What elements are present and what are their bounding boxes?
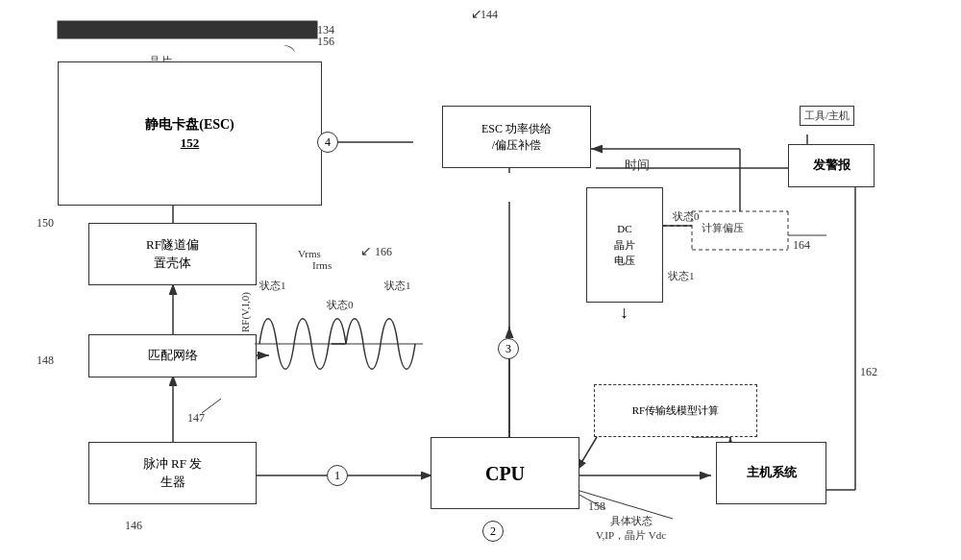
circle-4: 4: [317, 132, 338, 153]
svg-rect-2: [58, 21, 317, 38]
esc-label: 静电卡盘(ESC): [145, 115, 234, 134]
esc-sublabel: 152: [181, 134, 200, 152]
ref-148-label: 148: [37, 353, 54, 368]
rf-transmission-box: RF传输线模型计算: [594, 384, 757, 437]
ref-164-label: 164: [793, 238, 810, 253]
rf-housing-box: RF隧道偏置壳体: [88, 223, 257, 285]
dc-voltage-box: DC晶片电压: [586, 187, 663, 303]
ref-158-label: 158: [588, 499, 605, 514]
pulse-rf-label: 脉冲 RF 发生器: [143, 455, 202, 490]
time-label: 时间: [625, 157, 650, 174]
irms-label: Irms: [312, 259, 332, 271]
state0-dc-label: 状态0: [673, 209, 700, 224]
svg-line-35: [202, 399, 221, 413]
specific-state-label: 具体状态V,IP，晶片 Vdc: [596, 514, 666, 543]
dc-down-arrow: ↓: [620, 303, 628, 323]
esc-power-box: ESC 功率供给/偏压补偿: [442, 106, 591, 168]
alarm-box: 发警报: [788, 144, 875, 187]
ref-146-label: 146: [125, 519, 142, 533]
vrms-label: Vrms: [298, 248, 321, 259]
state0-wave-label: 状态0: [327, 298, 354, 312]
cpu-box: CPU: [431, 437, 579, 509]
cpu-label: CPU: [485, 460, 525, 487]
alarm-label: 发警报: [813, 157, 850, 174]
match-network-label: 匹配网络: [148, 347, 198, 364]
state1-left-label: 状态1: [259, 279, 286, 293]
ref-166-arrow: ↙: [360, 243, 372, 259]
host-system-box: 主机系统: [716, 442, 826, 504]
esc-box: 静电卡盘(ESC) 152: [58, 61, 322, 206]
state1-right-label: 状态1: [384, 279, 411, 293]
ref-156-label: 156: [317, 35, 334, 49]
state1-dc-label: 状态1: [668, 269, 695, 283]
pulse-rf-box: 脉冲 RF 发生器: [88, 442, 257, 504]
circle-3: 3: [498, 338, 519, 359]
match-network-box: 匹配网络: [88, 334, 257, 377]
rf-housing-label: RF隧道偏置壳体: [146, 236, 199, 271]
ref-144-arrow: ↙: [471, 6, 482, 22]
tool-host-label: 工具/主机: [800, 106, 854, 126]
ref-166-label: 166: [375, 245, 392, 259]
ref-144-label: 144: [480, 8, 498, 22]
ref-147-label: 147: [187, 411, 205, 426]
calc-bias-label: 计算偏压: [702, 221, 744, 235]
rf-transmission-label: RF传输线模型计算: [632, 403, 719, 418]
ref-150-label: 150: [37, 216, 54, 231]
circle-2: 2: [482, 521, 504, 542]
rf-vi-label: RF(V,I,0): [239, 292, 251, 332]
host-system-label: 主机系统: [747, 464, 797, 481]
circle-1: 1: [327, 465, 348, 486]
esc-power-label: ESC 功率供给/偏压补偿: [481, 121, 552, 154]
ref-162-label: 162: [860, 365, 877, 379]
dc-voltage-label: DC晶片电压: [614, 221, 635, 269]
